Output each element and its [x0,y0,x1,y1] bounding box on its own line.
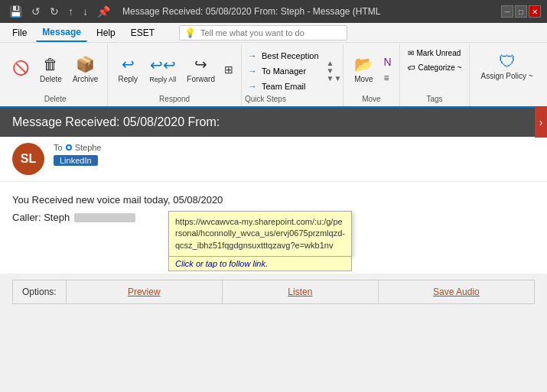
maximize-button[interactable]: □ [515,5,527,18]
ignore-button[interactable]: 🚫 [8,57,34,82]
close-button[interactable]: ✕ [529,5,541,18]
options-label: Options: [13,280,67,303]
delete-button[interactable]: 🗑 Delete [35,52,67,87]
menu-message[interactable]: Message [36,24,87,42]
onenote-button[interactable]: N [380,54,394,70]
save-audio-button[interactable]: Save Audio [379,280,534,303]
ribbon-group-move: 📂 Move N ≡ Move [344,44,399,106]
delete-items: 🚫 🗑 Delete 📦 Archive [8,47,103,92]
tags-items: ✉ Mark Unread 🏷 Categorize ~ [405,47,465,92]
search-box[interactable]: 💡 [179,25,347,40]
move-label: Move [354,75,373,84]
ribbon-group-tags: ✉ Mark Unread 🏷 Categorize ~ Tags [400,44,470,106]
caller-blur [74,213,135,222]
move-items: 📂 Move N ≡ [348,47,394,92]
quicksteps-items: → Best Reception → To Manager → Team Ema… [242,47,325,95]
quickstep-best-reception[interactable]: → Best Reception [245,49,322,63]
delete-label: Delete [40,75,62,84]
mark-unread-button[interactable]: ✉ Mark Unread [405,47,464,59]
customize-icon[interactable]: 📌 [94,4,113,19]
email-meta: SL To Stephe LinkedIn [0,137,547,182]
ribbon-group-assign-policy: 🛡 Assign Policy ~ [470,44,543,106]
mark-unread-icon: ✉ [408,49,414,57]
quickstep-to-manager[interactable]: → To Manager [245,64,322,78]
move-small-buttons: N ≡ [380,54,394,85]
options-bar: Options: Preview Listen Save Audio [12,280,535,304]
ribbon-group-quicksteps: → Best Reception → To Manager → Team Ema… [242,44,344,106]
minimize-button[interactable]: ─ [501,5,513,18]
forward-icon: ↪ [194,55,207,73]
tooltip-action[interactable]: Click or tap to follow link. [168,257,352,271]
assign-policy-button[interactable]: 🛡 Assign Policy ~ [474,47,539,85]
delete-group-label: Delete [44,92,67,103]
ribbon: 🚫 🗑 Delete 📦 Archive Delete ↩ Reply ↩↩ R… [0,43,547,108]
search-input[interactable] [200,28,338,37]
menu-file[interactable]: File [6,24,33,41]
menu-eset[interactable]: ESET [125,24,161,41]
qs-label-1: Best Reception [262,51,319,60]
tags-group-label: Tags [426,92,442,103]
message-header-text: Message Received: 05/08/2020 From: [12,115,220,128]
more-respond-button[interactable]: ⊞ [221,60,236,79]
window-controls[interactable]: ─ □ ✕ [501,5,541,18]
assign-policy-label: Assign Policy ~ [480,72,532,80]
qs-scroll-more[interactable]: ▼▼ [327,75,342,83]
reply-label: Reply [118,75,138,84]
undo-icon[interactable]: ↺ [28,4,44,19]
collapse-arrow[interactable]: › [535,107,547,138]
more-icon: ⊞ [224,63,233,76]
reply-all-button[interactable]: ↩↩ Reply All [145,53,181,87]
body-line1: You Received new voice mail today, 05/08… [12,194,535,206]
move-group-label: Move [362,92,380,103]
caller-label: Caller: Steph [12,212,70,223]
move-icon: 📂 [354,55,373,73]
up-icon[interactable]: ↑ [65,4,77,19]
move-button[interactable]: 📂 Move [348,52,379,87]
assign-policy-icon: 🛡 [499,52,516,72]
onenote-icon: N [383,56,391,68]
quickstep-team-email[interactable]: → Team Email [245,79,322,93]
menu-bar: File Message Help ESET 💡 [0,23,547,43]
avatar: SL [12,143,44,175]
redo-icon[interactable]: ↻ [47,4,62,19]
qs-label-3: Team Email [262,82,305,91]
categorize-label: Categorize ~ [418,63,462,72]
save-icon[interactable]: 💾 [6,4,25,19]
reply-all-icon: ↩↩ [150,56,176,74]
to-name: Stephe [75,143,102,152]
ignore-icon: 🚫 [12,60,29,77]
archive-icon: 📦 [76,55,95,73]
rules-button[interactable]: ≡ [380,71,394,85]
email-to-line: To Stephe [54,143,535,152]
title-bar-icons[interactable]: 💾 ↺ ↻ ↑ ↓ 📌 [6,4,113,19]
email-details: To Stephe LinkedIn [54,143,535,169]
menu-help[interactable]: Help [90,24,122,41]
quicksteps-group-label: Quick Steps [242,95,343,103]
quicksteps-scroll[interactable]: ▲ ▼ ▼▼ [325,60,344,83]
respond-group-label: Respond [159,92,190,103]
title-bar: 💾 ↺ ↻ ↑ ↓ 📌 Message Received: 05/08/2020… [0,0,547,23]
archive-label: Archive [73,75,98,84]
reply-icon: ↩ [122,55,135,73]
down-icon[interactable]: ↓ [80,4,91,19]
qs-arrow-3: → [248,81,257,92]
mark-unread-label: Mark Unread [417,49,461,57]
reply-button[interactable]: ↩ Reply [112,52,143,87]
delete-icon: 🗑 [43,55,58,73]
lightbulb-icon: 💡 [184,28,196,38]
linkedin-badge: LinkedIn [54,155,98,166]
qs-arrow-2: → [248,66,257,76]
to-label: To [54,143,63,152]
listen-button[interactable]: Listen [223,280,379,303]
preview-button[interactable]: Preview [67,280,223,303]
window-title: Message Received: 05/08/2020 From: Steph… [122,6,497,17]
forward-button[interactable]: ↪ Forward [182,52,220,87]
categorize-icon: 🏷 [408,63,415,72]
categorize-button[interactable]: 🏷 Categorize ~ [405,62,465,73]
qs-arrow-1: → [248,50,257,61]
tooltip-url: https://wvcawvca-my.sharepoint.com/:u:/g… [168,211,352,257]
presence-indicator [66,144,72,151]
message-header: Message Received: 05/08/2020 From: › [0,108,547,137]
rules-icon: ≡ [383,73,389,83]
archive-button[interactable]: 📦 Archive [68,52,103,87]
